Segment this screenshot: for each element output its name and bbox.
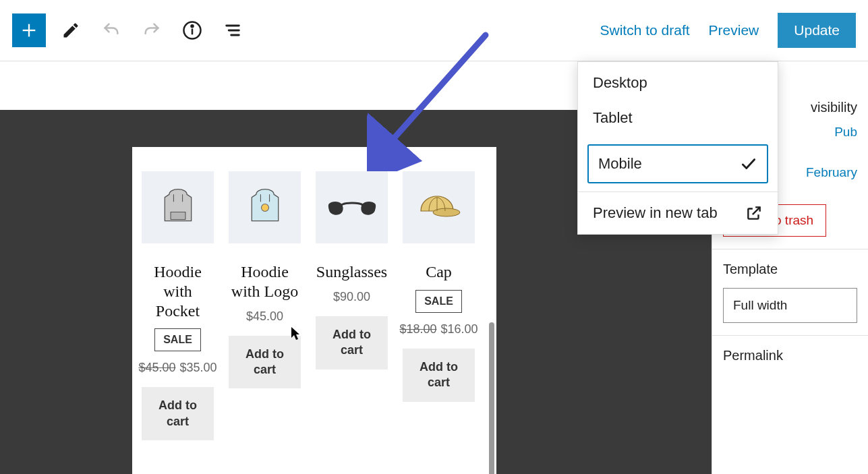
old-price: $18.00 — [399, 322, 436, 336]
preview-option-label: Desktop — [593, 74, 647, 92]
current-price: $35.00 — [180, 361, 217, 374]
info-button[interactable] — [177, 15, 208, 46]
preview-option-label: Preview in new tab — [593, 204, 718, 222]
toolbar-left — [12, 13, 248, 47]
cap-icon — [414, 191, 464, 225]
preview-button[interactable]: Preview — [709, 22, 759, 38]
product-price: $45.00$35.00 — [138, 361, 216, 375]
check-icon — [740, 155, 757, 173]
product-name: Hoodie with Logo — [229, 262, 301, 301]
preview-new-tab[interactable]: Preview in new tab — [578, 192, 778, 234]
redo-icon — [142, 21, 161, 40]
switch-to-draft-button[interactable]: Switch to draft — [600, 22, 690, 38]
editor-toolbar: Switch to draft Preview Update — [0, 0, 868, 61]
undo-icon — [102, 21, 121, 40]
template-heading: Template — [723, 262, 857, 277]
svg-point-8 — [261, 204, 268, 211]
permalink-section: Permalink — [712, 335, 868, 376]
product-image[interactable] — [229, 171, 301, 243]
current-price: $16.00 — [441, 322, 478, 336]
product-name: Hoodie with Pocket — [142, 262, 214, 320]
template-select[interactable]: Full width — [723, 288, 857, 323]
preview-option-label: Tablet — [593, 109, 633, 127]
external-link-icon — [745, 204, 763, 222]
add-to-cart-button[interactable]: Add to cart — [403, 349, 475, 402]
product-name: Cap — [426, 262, 452, 282]
product-image[interactable] — [316, 171, 388, 243]
product-card: Hoodie with Pocket SALE $45.00$35.00 Add… — [142, 171, 214, 440]
product-image[interactable] — [142, 171, 214, 243]
add-block-button[interactable] — [12, 13, 46, 47]
outline-button[interactable] — [217, 15, 248, 46]
edit-tool-button[interactable] — [55, 15, 86, 46]
undo-button[interactable] — [96, 15, 127, 46]
preview-option-label: Mobile — [598, 155, 642, 173]
preview-frame: Hoodie with Pocket SALE $45.00$35.00 Add… — [132, 147, 496, 474]
sale-badge: SALE — [415, 290, 462, 313]
list-icon — [223, 21, 242, 40]
current-price: $90.00 — [333, 290, 370, 303]
product-image[interactable] — [403, 171, 475, 243]
sale-badge: SALE — [154, 328, 201, 351]
frame-scrollbar[interactable] — [489, 322, 494, 474]
product-price: $18.00$16.00 — [399, 322, 478, 336]
plus-icon — [20, 21, 38, 40]
product-price: $90.00 — [333, 290, 370, 304]
preview-option-desktop[interactable]: Desktop — [578, 62, 778, 104]
add-to-cart-button[interactable]: Add to cart — [142, 387, 214, 440]
preview-option-tablet[interactable]: Tablet — [578, 104, 778, 139]
update-button[interactable]: Update — [778, 13, 856, 48]
info-icon — [182, 20, 202, 40]
template-section: Template Full width — [712, 249, 868, 335]
add-to-cart-button[interactable]: Add to cart — [229, 336, 301, 389]
pencil-icon — [61, 21, 80, 40]
permalink-heading: Permalink — [723, 348, 857, 363]
product-price: $45.00 — [246, 309, 283, 324]
product-grid: Hoodie with Pocket SALE $45.00$35.00 Add… — [142, 171, 487, 440]
toolbar-right: Switch to draft Preview Update — [600, 13, 856, 48]
redo-button[interactable] — [136, 15, 167, 46]
sunglasses-icon — [325, 194, 379, 221]
hoodie-logo-icon — [241, 184, 289, 231]
product-card: Cap SALE $18.00$16.00 Add to cart — [403, 171, 475, 440]
svg-point-4 — [192, 25, 194, 27]
product-card: Sunglasses $90.00 Add to cart — [316, 171, 388, 440]
product-card: Hoodie with Logo $45.00 Add to cart — [229, 171, 301, 440]
add-to-cart-button[interactable]: Add to cart — [316, 316, 388, 369]
hoodie-icon — [154, 184, 202, 231]
preview-dropdown: Desktop Tablet Mobile Preview in new tab — [577, 61, 778, 235]
old-price: $45.00 — [138, 361, 175, 374]
product-name: Sunglasses — [316, 262, 387, 282]
current-price: $45.00 — [246, 309, 283, 323]
preview-option-mobile[interactable]: Mobile — [587, 144, 768, 183]
